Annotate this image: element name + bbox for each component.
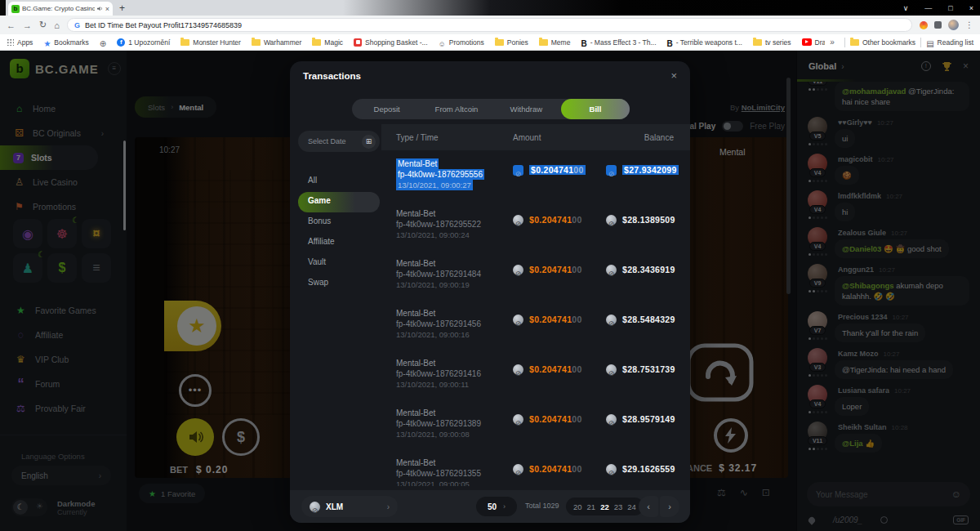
- page-number[interactable]: 21: [587, 502, 596, 511]
- table-rows: Mental-Bet fp-4tk0ww-1876295556 13/10/20…: [381, 150, 690, 486]
- bookmark-item[interactable]: Magic: [312, 38, 343, 47]
- bookmark-item[interactable]: Apps: [7, 38, 33, 47]
- bookmark-icon: [100, 35, 106, 50]
- page-size-select[interactable]: 50 ›: [476, 497, 517, 516]
- page-number[interactable]: 20: [573, 502, 582, 511]
- home-button-icon[interactable]: ⌂: [54, 20, 60, 30]
- bet-amount: $0.20474100: [529, 414, 582, 424]
- column-type-time: Type / Time: [396, 133, 513, 142]
- bookmark-item[interactable]: Bookmarks: [43, 35, 88, 50]
- pagination: 2021222324: [566, 498, 644, 515]
- bookmark-item[interactable]: Promotions: [439, 35, 484, 50]
- total-count: Total 1029: [525, 502, 559, 510]
- app-viewport: b BC.GAME ≡ Home BC Originals › Slots Li…: [0, 51, 980, 531]
- chevron-right-icon: ›: [387, 502, 390, 511]
- modal-close-icon[interactable]: ×: [670, 69, 677, 82]
- next-page-icon[interactable]: ›: [660, 496, 679, 517]
- new-tab-button[interactable]: +: [119, 2, 125, 14]
- reading-list[interactable]: Reading list: [926, 35, 973, 50]
- audio-icon[interactable]: [97, 6, 103, 11]
- xlm-coin-icon: [513, 464, 523, 475]
- bookmark-icon: [667, 35, 673, 50]
- reload-icon[interactable]: ↻: [39, 20, 47, 30]
- forward-icon[interactable]: →: [23, 20, 32, 30]
- browser-tabstrip: b BC.Game: Crypto Casino Gan × + ∨ — □ ×: [0, 0, 980, 16]
- transaction-row[interactable]: Mental-Bet fp-4tk0ww-1876291416 13/10/20…: [381, 350, 690, 399]
- browser-tab[interactable]: b BC.Game: Crypto Casino Gan ×: [8, 2, 113, 16]
- bet-balance: $28.9579149: [622, 414, 675, 424]
- transactions-tab[interactable]: Withdraw: [492, 99, 561, 119]
- bookmark-item[interactable]: Meme: [539, 38, 571, 47]
- extensions-puzzle-icon[interactable]: [934, 21, 942, 29]
- bookmark-icon: [43, 35, 51, 50]
- bookmark-item[interactable]: Ponies: [495, 38, 528, 47]
- bookmarks-separator: [920, 38, 921, 47]
- transaction-filter[interactable]: Affiliate: [298, 233, 380, 253]
- transaction-filter[interactable]: Swap: [298, 274, 380, 294]
- bet-amount: $0.20474100: [529, 364, 582, 374]
- bookmark-item[interactable]: Dragonball Z: Battle...: [802, 38, 826, 47]
- bet-time: 13/10/2021, 09:00:05: [396, 479, 513, 486]
- transaction-row[interactable]: Mental-Bet fp-4tk0ww-1876291389 13/10/20…: [381, 399, 690, 449]
- transaction-filter[interactable]: Bonus: [298, 212, 380, 233]
- transaction-filter[interactable]: Game: [298, 192, 380, 212]
- bookmark-item[interactable]: 1 Upozornění: [117, 38, 170, 47]
- bookmark-icon: [581, 35, 586, 50]
- currency-select[interactable]: XLM ›: [301, 496, 398, 517]
- xlm-coin-icon: [513, 215, 523, 225]
- bookmark-item[interactable]: Shopping Basket -...: [354, 38, 428, 47]
- xlm-coin-icon: [513, 364, 523, 375]
- bookmark-item[interactable]: - Mass Effect 3 - Th...: [581, 35, 656, 50]
- xlm-coin-icon: [513, 265, 523, 275]
- url-bar[interactable]: G Bet ID Time Bet Payout Profit171349574…: [67, 18, 912, 32]
- select-date-button[interactable]: Select Date: [298, 131, 380, 152]
- page-number[interactable]: 22: [600, 502, 609, 511]
- transaction-row[interactable]: Mental-Bet fp-4tk0ww-1876291355 13/10/20…: [381, 449, 690, 486]
- transaction-row[interactable]: Mental-Bet fp-4tk0ww-1876295522 13/10/20…: [381, 200, 690, 250]
- transaction-row[interactable]: Mental-Bet fp-4tk0ww-1876295556 13/10/20…: [381, 150, 690, 200]
- transactions-tab[interactable]: Bill: [561, 99, 630, 119]
- transaction-row[interactable]: Mental-Bet fp-4tk0ww-1876291456 13/10/20…: [381, 300, 690, 350]
- back-icon[interactable]: ←: [7, 20, 16, 30]
- transaction-filter[interactable]: Vault: [298, 253, 380, 274]
- bookmarks-overflow-icon[interactable]: »: [830, 38, 835, 47]
- transaction-filter[interactable]: All: [298, 172, 380, 192]
- bookmark-item[interactable]: - Terrible weapons t...: [667, 35, 742, 50]
- transactions-tab[interactable]: From Altcoin: [421, 99, 491, 119]
- bookmark-item[interactable]: Warhammer: [252, 38, 301, 47]
- other-bookmarks[interactable]: Other bookmarks: [850, 38, 915, 47]
- bookmark-item[interactable]: tv series: [753, 38, 791, 47]
- bet-amount: $0.20474100: [529, 464, 582, 474]
- bookmark-icon: [117, 38, 125, 47]
- tab-search-icon[interactable]: ∨: [903, 4, 909, 12]
- transaction-row[interactable]: Mental-Bet fp-4tk0ww-1876291484 13/10/20…: [381, 250, 690, 300]
- bet-type: Mental-Bet: [396, 208, 513, 219]
- transaction-filters: All Game Bonus Affiliate Vault Swap: [298, 172, 380, 294]
- page-number[interactable]: 24: [627, 502, 636, 511]
- extension-icon[interactable]: [920, 21, 928, 29]
- url-text[interactable]: Bet ID Time Bet Payout Profit17134957468…: [85, 21, 242, 29]
- column-amount: Amount: [513, 133, 606, 142]
- bookmark-item[interactable]: Monster Hunter: [180, 38, 241, 47]
- bet-time: 13/10/2021, 09:00:19: [396, 279, 513, 290]
- bet-id: fp-4tk0ww-1876295522: [396, 219, 513, 230]
- minimize-icon[interactable]: —: [924, 4, 932, 12]
- bet-type: Mental-Bet: [396, 408, 513, 418]
- bet-id: fp-4tk0ww-1876291484: [396, 269, 513, 279]
- xlm-coin-icon: [513, 414, 523, 425]
- folder-icon: [850, 39, 859, 46]
- modal-footer: XLM › 50 › Total 1029 2021222324 ‹ ›: [290, 490, 690, 523]
- bet-amount: $0.20474100: [529, 215, 582, 225]
- browser-menu-icon[interactable]: ⋮: [965, 20, 973, 29]
- page-number[interactable]: 23: [614, 502, 623, 511]
- bet-id: fp-4tk0ww-1876291456: [396, 319, 513, 329]
- maximize-icon[interactable]: □: [948, 4, 952, 12]
- profile-avatar[interactable]: [948, 20, 959, 30]
- prev-page-icon[interactable]: ‹: [639, 496, 658, 517]
- window-close-icon[interactable]: ×: [969, 4, 973, 12]
- bet-balance: $28.7531739: [622, 364, 675, 374]
- xlm-coin-icon: [606, 464, 617, 475]
- tab-close-icon[interactable]: ×: [105, 5, 109, 13]
- transactions-tab[interactable]: Deposit: [352, 99, 421, 119]
- bookmark-item[interactable]: [100, 35, 106, 50]
